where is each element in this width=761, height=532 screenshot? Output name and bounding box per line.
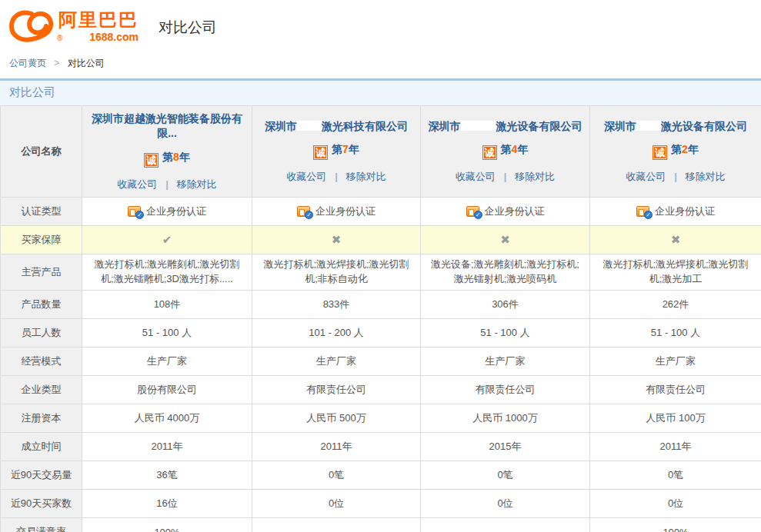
remove-compare-link[interactable]: 移除对比 — [177, 178, 217, 190]
transactions-cell: 0笔 — [252, 461, 421, 490]
main-products-cell: 激光设备;激光雕刻机;激光打标机;激光镭射机;激光喷码机 — [421, 254, 590, 291]
registered-capital-cell: 人民币 1000万 — [421, 404, 590, 433]
year-prefix: 第 — [162, 151, 173, 163]
company-type-cell: 有限责任公司 — [590, 376, 761, 404]
alibaba-logo[interactable]: ® 阿里巴巴 1688.com — [8, 8, 139, 44]
company-name-text: 激光设备有限公司 — [661, 120, 747, 132]
company-header-cell: 深圳市激光设备有限公司 诚第2年 收藏公司|移除对比 — [590, 106, 761, 198]
redacted-name-block — [297, 121, 322, 131]
row-label: 认证类型 — [1, 198, 82, 226]
certification-cell: ✓企业身份认证 — [421, 198, 590, 226]
year-suffix: 年 — [517, 143, 528, 155]
company-actions: 收藏公司|移除对比 — [87, 178, 247, 191]
company-name-link[interactable]: 深圳市超越激光智能装备股份有限... — [87, 111, 247, 141]
company-header-cell: 深圳市超越激光智能装备股份有限... 诚第8年 收藏公司|移除对比 — [82, 106, 252, 198]
year-prefix: 第 — [671, 143, 682, 155]
company-actions: 收藏公司|移除对比 — [257, 170, 416, 184]
row-label: 近90天买家数 — [1, 490, 82, 518]
company-type-cell: 有限责任公司 — [252, 376, 421, 404]
company-header-cell: 深圳市激光设备有限公司 诚第4年 收藏公司|移除对比 — [421, 106, 590, 198]
table-row-buyers-90d: 近90天买家数 16位 0位 0位 0位 — [1, 490, 761, 518]
remove-compare-link[interactable]: 移除对比 — [515, 171, 555, 182]
satisfaction-cell: 100% — [82, 518, 252, 532]
table-row-employees: 员工人数 51 - 100 人 101 - 200 人 51 - 100 人 5… — [1, 319, 761, 347]
row-label: 交易满意率 — [1, 518, 82, 532]
business-model-cell: 生产厂家 — [252, 347, 421, 376]
company-name-link[interactable]: 深圳市激光科技有限公司 — [257, 119, 416, 134]
id-card-icon: ✓ — [297, 206, 310, 217]
verified-check-icon: ✓ — [474, 211, 482, 219]
company-name-text: 深圳市 — [429, 120, 461, 132]
table-row-transactions-90d: 近90天交易量 36笔 0笔 0笔 0笔 — [1, 461, 761, 490]
guarantee-cell: ✔ — [82, 226, 252, 254]
company-year: 诚第2年 — [595, 143, 756, 160]
comparison-table: 公司名称 深圳市超越激光智能装备股份有限... 诚第8年 收藏公司|移除对比 深… — [0, 105, 761, 532]
company-name-link[interactable]: 深圳市激光设备有限公司 — [595, 119, 756, 134]
verified-check-icon: ✓ — [644, 211, 653, 219]
employees-cell: 51 - 100 人 — [421, 319, 590, 347]
product-count-cell: 262件 — [590, 291, 761, 319]
company-year: 诚第8年 — [87, 151, 247, 168]
registered-capital-cell: 人民币 4000万 — [82, 404, 252, 433]
company-type-cell: 有限责任公司 — [421, 376, 590, 404]
row-label: 注册资本 — [1, 404, 82, 433]
verified-check-icon: ✓ — [135, 211, 144, 219]
guarantee-cell: ✖ — [252, 226, 421, 254]
table-row-registered-capital: 注册资本 人民币 4000万 人民币 500万 人民币 1000万 人民币 10… — [1, 404, 761, 433]
buyers-cell: 0位 — [421, 490, 590, 518]
buyers-cell: 16位 — [82, 490, 252, 518]
link-divider: | — [165, 178, 169, 190]
breadcrumb: 公司黄页 > 对比公司 — [0, 48, 761, 78]
table-row-business-model: 经营模式 生产厂家 生产厂家 生产厂家 生产厂家 — [1, 347, 761, 376]
page-header: ® 阿里巴巴 1688.com 对比公司 — [0, 0, 761, 48]
table-row-certification: 认证类型 ✓企业身份认证 ✓企业身份认证 ✓企业身份认证 ✓企业身份认证 — [1, 198, 761, 226]
redacted-name-block — [636, 121, 661, 131]
table-row-company-name: 公司名称 深圳市超越激光智能装备股份有限... 诚第8年 收藏公司|移除对比 深… — [1, 106, 761, 198]
guarantee-cell: ✖ — [421, 226, 590, 254]
product-count-cell: 306件 — [421, 291, 590, 319]
certification-label: 企业身份认证 — [655, 204, 715, 218]
cheng-integrity-badge-icon: 诚 — [313, 145, 328, 160]
year-prefix: 第 — [501, 143, 512, 155]
cross-mark-icon: ✖ — [500, 233, 510, 246]
product-count-cell: 833件 — [252, 291, 421, 319]
company-name-text: 深圳市 — [265, 120, 297, 132]
company-actions: 收藏公司|移除对比 — [595, 170, 756, 184]
link-divider: | — [335, 171, 338, 182]
business-model-cell: 生产厂家 — [590, 347, 761, 376]
year-number: 2 — [682, 143, 688, 155]
cheng-integrity-badge-icon: 诚 — [482, 145, 497, 160]
breadcrumb-home-link[interactable]: 公司黄页 — [9, 58, 46, 68]
breadcrumb-separator: > — [54, 58, 59, 68]
favorite-company-link[interactable]: 收藏公司 — [456, 171, 496, 182]
year-prefix: 第 — [332, 143, 342, 155]
row-label: 经营模式 — [1, 347, 82, 376]
buyers-cell: 0位 — [252, 490, 421, 518]
business-model-cell: 生产厂家 — [82, 347, 252, 376]
transactions-cell: 0笔 — [421, 461, 590, 490]
favorite-company-link[interactable]: 收藏公司 — [117, 178, 157, 190]
certification-cell: ✓企业身份认证 — [82, 198, 252, 226]
remove-compare-link[interactable]: 移除对比 — [686, 171, 726, 182]
employees-cell: 51 - 100 人 — [82, 319, 252, 347]
section-title: 对比公司 — [9, 85, 55, 98]
remove-compare-link[interactable]: 移除对比 — [346, 171, 386, 182]
favorite-company-link[interactable]: 收藏公司 — [286, 171, 326, 182]
employees-cell: 101 - 200 人 — [252, 319, 421, 347]
row-label: 近90天交易量 — [1, 461, 82, 490]
table-row-buyer-guarantee: 买家保障 ✔ ✖ ✖ ✖ — [1, 226, 761, 254]
id-card-icon: ✓ — [636, 206, 649, 217]
id-card-icon: ✓ — [128, 206, 141, 217]
row-label: 成立时间 — [1, 433, 82, 461]
favorite-company-link[interactable]: 收藏公司 — [626, 171, 666, 182]
main-products-cell: 激光打标机;激光雕刻机;激光切割机;激光镭雕机;3D激光打标..... — [82, 254, 252, 291]
alibaba-smile-icon — [8, 8, 55, 44]
satisfaction-cell — [421, 518, 590, 532]
company-name-link[interactable]: 深圳市激光设备有限公司 — [426, 119, 585, 134]
verified-check-icon: ✓ — [305, 211, 313, 219]
certification-label: 企业身份认证 — [146, 204, 206, 218]
brand-domain: 1688.com — [89, 31, 139, 44]
certification-cell: ✓企业身份认证 — [252, 198, 421, 226]
table-row-company-type: 企业类型 股份有限公司 有限责任公司 有限责任公司 有限责任公司 — [1, 376, 761, 404]
year-suffix: 年 — [349, 143, 359, 155]
